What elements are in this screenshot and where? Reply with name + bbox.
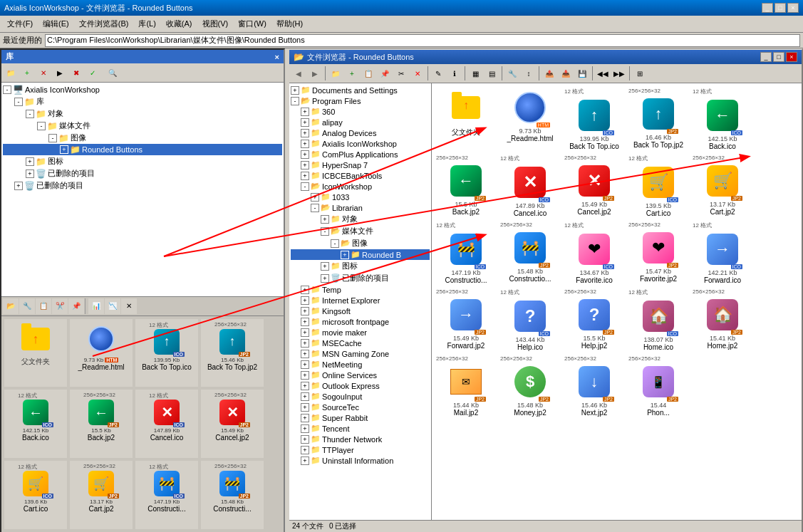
menu-browser[interactable]: 文件浏览器(B) bbox=[75, 17, 133, 31]
tb2-btn8[interactable]: ✕ bbox=[121, 298, 137, 314]
tb-remove-btn[interactable]: ✕ bbox=[36, 65, 51, 80]
rt-item-analog[interactable]: + 📁 Analog Devices bbox=[291, 127, 430, 138]
list-item[interactable]: 256×256×32 ← JP2 15.5 Kb Back.jp2 bbox=[435, 153, 497, 219]
tb2-btn3[interactable]: 📋 bbox=[36, 298, 51, 314]
tb2-btn4[interactable]: ✂️ bbox=[52, 298, 68, 314]
list-item[interactable]: 12 格式 🏠 ICO 138.07 Kb Home.ico bbox=[627, 287, 690, 353]
rt-item-temp[interactable]: + 📁 Temp bbox=[291, 284, 430, 295]
rt-item-program-files[interactable]: - 📂 Program Files bbox=[291, 95, 430, 106]
tree-item-deleted2[interactable]: + 🗑️ 已删除的项目 bbox=[3, 179, 282, 192]
rt-item-1033[interactable]: + 📁 1033 bbox=[291, 192, 430, 202]
right-close-button[interactable]: × bbox=[786, 52, 797, 62]
r-prev-btn[interactable]: ◀◀ bbox=[595, 66, 611, 81]
r-paste-btn[interactable]: 📌 bbox=[377, 66, 393, 81]
list-item[interactable]: 12 格式 ✕ ICO 147.89 Kb Cancel.ico bbox=[135, 390, 198, 458]
list-item[interactable]: 12 格式 ? ICO 143.44 Kb Help.ico bbox=[499, 287, 561, 353]
menu-view[interactable]: 视图(V) bbox=[198, 17, 233, 31]
address-input[interactable] bbox=[45, 34, 800, 47]
r-next-btn[interactable]: ▶▶ bbox=[611, 66, 627, 81]
list-item[interactable]: 256×256×32 ← JP2 15.5 Kb Back.jp2 bbox=[70, 390, 133, 458]
maximize-button[interactable]: □ bbox=[774, 3, 786, 13]
rt-item-librarian[interactable]: - 📂 Librarian bbox=[291, 202, 430, 213]
rt-item-complus[interactable]: + 📁 ComPlus Applications bbox=[291, 149, 430, 160]
list-item[interactable]: ↑ 父文件夹 bbox=[435, 86, 497, 152]
tree-item-library[interactable]: - 📁 库 bbox=[3, 95, 282, 108]
list-item[interactable]: 256×256×32 ❤ JP2 15.47 Kb Favorite.jp2 bbox=[627, 220, 690, 286]
list-item[interactable]: 256×256×32 🚧 JP2 15.48 Kb Constructi... bbox=[201, 461, 264, 529]
list-item[interactable]: 12 格式 🚧 ICO 147.19 Kb Constructio... bbox=[435, 220, 497, 286]
right-minimize-button[interactable]: _ bbox=[760, 52, 772, 62]
list-item[interactable]: 256×256×32 🚧 JP2 15.48 Kb Constructio... bbox=[499, 220, 561, 286]
menu-window[interactable]: 窗口(W) bbox=[234, 17, 271, 31]
r-rename-btn[interactable]: ✎ bbox=[430, 66, 446, 81]
rt-item-tencent[interactable]: + 📁 Tencent bbox=[291, 423, 430, 434]
r-add-btn[interactable]: + bbox=[344, 66, 360, 81]
rt-item-hypersnap[interactable]: + 📁 HyperSnap 7 bbox=[291, 160, 430, 170]
r-forward-button[interactable]: ▶ bbox=[307, 66, 323, 81]
rt-item-deleted[interactable]: + 🗑️ 已删除的项目 bbox=[291, 272, 430, 284]
rt-item-ttplayer[interactable]: + 📁 TTPlayer bbox=[291, 444, 430, 455]
minimize-button[interactable]: _ bbox=[762, 3, 773, 13]
list-item[interactable]: 12 格式 → ICO 142.21 Kb Forward.ico bbox=[691, 220, 754, 286]
r-extract-btn[interactable]: 📤 bbox=[542, 66, 557, 81]
tree-item-objects[interactable]: - 📁 对象 bbox=[3, 108, 282, 120]
rt-item-ie[interactable]: + 📁 Internet Explorer bbox=[291, 295, 430, 306]
r-export-btn[interactable]: 💾 bbox=[574, 66, 590, 81]
rt-item-online[interactable]: + 📁 Online Services bbox=[291, 370, 430, 380]
rt-item-kingsoft[interactable]: + 📁 Kingsoft bbox=[291, 306, 430, 316]
rt-item-netmeeting[interactable]: + 📁 NetMeeting bbox=[291, 359, 430, 370]
tb-add-btn[interactable]: + bbox=[19, 65, 35, 80]
tb2-btn6[interactable]: 📊 bbox=[88, 298, 104, 314]
rt-item-superrabbit[interactable]: + 📁 Super Rabbit bbox=[291, 412, 430, 423]
close-button[interactable]: × bbox=[787, 3, 799, 13]
list-item[interactable]: 256×256×32 ? JP2 15.5 Kb Help.jp2 bbox=[563, 287, 626, 353]
r-filter-btn[interactable]: 🔧 bbox=[504, 66, 520, 81]
r-back-button[interactable]: ◀ bbox=[291, 66, 306, 81]
r-grid-btn[interactable]: ⊞ bbox=[632, 66, 648, 81]
rt-item-icons2[interactable]: + 📁 图标 bbox=[291, 260, 430, 272]
tree-item-images[interactable]: - 📁 图像 bbox=[3, 132, 282, 144]
list-item[interactable]: 256×256×32 ✕ JP2 15.49 Kb Cancel.jp2 bbox=[563, 153, 626, 219]
right-maximize-button[interactable]: □ bbox=[773, 52, 784, 62]
tb-nav-btn[interactable]: ▶ bbox=[52, 65, 68, 80]
rt-item-uninstall[interactable]: + 📁 Uninstall Information bbox=[291, 455, 430, 466]
rt-item-images[interactable]: - 📂 图像 bbox=[291, 237, 430, 249]
tb-search-btn[interactable]: 🔍 bbox=[105, 65, 120, 80]
rt-item-alipay[interactable]: + 📁 alipay bbox=[291, 117, 430, 127]
rt-item-icbc[interactable]: + 📁 ICBCEBankTools bbox=[291, 170, 430, 181]
list-item[interactable]: 9.73 Kb HTM _Readme.html bbox=[70, 319, 133, 387]
rt-item-360[interactable]: + 📁 360 bbox=[291, 106, 430, 117]
rt-item-moviemaker[interactable]: + 📁 movie maker bbox=[291, 327, 430, 338]
list-item[interactable]: 12 格式 ✕ ICO 147.89 Kb Cancel.ico bbox=[499, 153, 561, 219]
rt-item-outlook[interactable]: + 📁 Outlook Express bbox=[291, 380, 430, 391]
list-item[interactable]: 12 格式 ❤ ICO 134.67 Kb Favorite.ico bbox=[563, 220, 626, 286]
rt-item-sourcetec[interactable]: + 📁 SourceTec bbox=[291, 402, 430, 412]
list-item[interactable]: 12 格式 🛒 ICO 139.5 Kb Cart.ico bbox=[627, 153, 690, 219]
r-new-folder-btn[interactable]: 📁 bbox=[328, 66, 343, 81]
list-item[interactable]: 12 格式 ← ICO 142.15 Kb Back.ico bbox=[691, 86, 754, 152]
tree-item-media[interactable]: - 📁 媒体文件 bbox=[3, 120, 282, 132]
r-prop-btn[interactable]: ℹ bbox=[447, 66, 462, 81]
r-copy-btn[interactable]: 📋 bbox=[361, 66, 376, 81]
list-item[interactable]: 256×256×32 ↑ JP2 16.46 Kb Back To Top.jp… bbox=[627, 86, 690, 152]
r-delete-btn[interactable]: ✕ bbox=[410, 66, 425, 81]
list-item[interactable]: 12 格式 🚧 ICO 147.19 Kb Constructi... bbox=[135, 461, 198, 529]
left-panel-close-button[interactable]: × bbox=[275, 53, 279, 61]
list-item[interactable]: 12 格式 ↑ ICO 139.95 Kb Back To Top.ico bbox=[135, 319, 198, 387]
list-item[interactable]: ↑ 父文件夹 bbox=[4, 319, 67, 387]
list-item[interactable]: HTM 9.73 Kb _Readme.html bbox=[499, 86, 561, 152]
tb2-btn2[interactable]: 🔧 bbox=[19, 298, 35, 314]
rt-item-objects[interactable]: + 📁 对象 bbox=[291, 213, 430, 225]
r-import-btn[interactable]: 📥 bbox=[558, 66, 574, 81]
list-item[interactable]: 256×256×32 $ JP2 15.48 Kb Money.jp2 bbox=[499, 354, 561, 418]
list-item[interactable]: 256×256×32 ↓ JP2 15.46 Kb Next.jp2 bbox=[563, 354, 626, 418]
r-view-small-btn[interactable]: ▤ bbox=[484, 66, 499, 81]
rt-item-msn[interactable]: + 📁 MSN Gaming Zone bbox=[291, 348, 430, 359]
tb2-btn5[interactable]: 📌 bbox=[68, 298, 84, 314]
menu-library[interactable]: 库(L) bbox=[134, 17, 160, 31]
tb-check-btn[interactable]: ✓ bbox=[85, 65, 100, 80]
list-item[interactable]: 256×256×32 ✕ JP2 15.49 Kb Cancel.jp2 bbox=[201, 390, 264, 458]
tb-new-btn[interactable]: 📁 bbox=[3, 65, 19, 80]
tree-item-deleted1[interactable]: + 🗑️ 已删除的项目 bbox=[3, 167, 282, 179]
tb2-btn1[interactable]: 📂 bbox=[3, 298, 19, 314]
